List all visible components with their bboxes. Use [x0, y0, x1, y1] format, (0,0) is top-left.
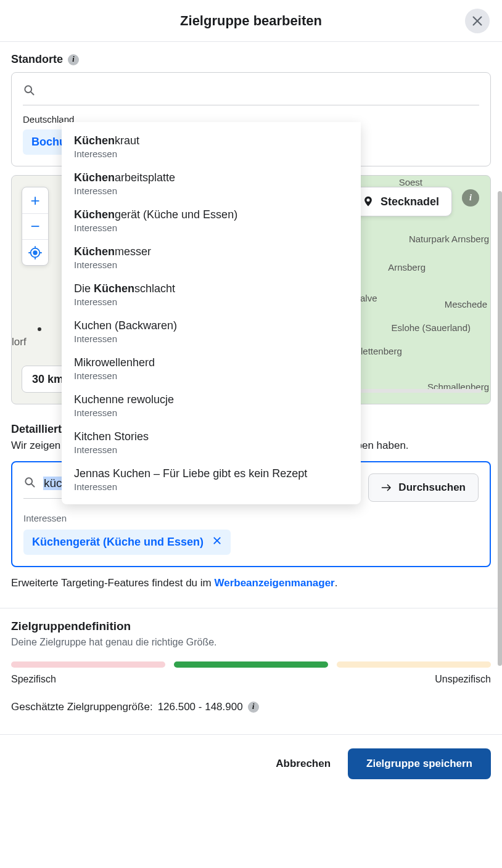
suggestion-title: Mikrowellenherd [74, 356, 348, 369]
selected-interest-label: Küchengerät (Küche und Essen) [32, 536, 204, 549]
suggestion-item[interactable]: Kuchenne rewolucjeInteressen [62, 387, 361, 424]
locations-section-label: Standorte i [11, 53, 491, 66]
locations-label-text: Standorte [11, 53, 63, 66]
suggestion-item[interactable]: Küchengerät (Küche und Essen)Interessen [62, 202, 361, 239]
suggestion-item[interactable]: KüchenkrautInteressen [62, 128, 361, 165]
map-place-label: Eslohe (Sauerland) [392, 322, 471, 333]
est-prefix: Geschätzte Zielgruppengröße: [11, 701, 153, 713]
selected-interest-chip[interactable]: Küchengerät (Küche und Essen) [23, 530, 231, 555]
audience-meter-broad [337, 661, 491, 668]
suggestion-category: Interessen [74, 407, 348, 418]
suggestion-item[interactable]: MikrowellenherdInteressen [62, 350, 361, 387]
suggestion-category: Interessen [74, 186, 348, 196]
svg-point-1 [33, 250, 37, 255]
suggestion-category: Interessen [74, 297, 348, 307]
suggestion-title: Kuchen (Backwaren) [74, 319, 348, 332]
svg-point-4 [25, 478, 32, 485]
suggestion-title: Kuchenne rewolucje [74, 393, 348, 406]
map-place-label: Arnsberg [388, 262, 426, 272]
suggestion-item[interactable]: Kuchen (Backwaren)Interessen [62, 313, 361, 350]
browse-button[interactable]: Durchsuchen [368, 473, 479, 502]
remove-interest-button[interactable] [212, 536, 222, 549]
extended-targeting-text: Erweiterte Targeting-Features findest du… [11, 577, 491, 589]
radius-label: 30 km [32, 373, 64, 386]
ads-manager-link[interactable]: Werbeanzeigenmanager [214, 577, 334, 589]
modal-header: Zielgruppe bearbeiten [0, 0, 502, 42]
locate-icon [28, 246, 42, 260]
map-city-dot [38, 327, 41, 331]
suggestion-title: Die Küchenschlacht [74, 282, 348, 295]
search-icon [23, 84, 35, 99]
interest-suggestions-dropdown: KüchenkrautInteressenKüchenarbeitsplatte… [62, 122, 361, 504]
suggestion-item[interactable]: KüchenarbeitsplatteInteressen [62, 165, 361, 202]
audience-definition-section: Zielgruppendefinition Deine Zielgruppe h… [0, 608, 502, 724]
suggestion-title: Kitchen Stories [74, 430, 348, 443]
suggestion-item[interactable]: KüchenmesserInteressen [62, 239, 361, 276]
estimated-size-row: Geschätzte Zielgruppengröße: 126.500 - 1… [11, 701, 491, 713]
ext-prefix: Erweiterte Targeting-Features findest du… [11, 577, 214, 589]
modal-title: Zielgruppe bearbeiten [180, 13, 322, 29]
suggestion-title: Jennas Kuchen – Für Liebe gibt es kein R… [74, 467, 348, 480]
drop-pin-label: Stecknadel [381, 195, 439, 208]
zoom-out-button[interactable]: − [22, 213, 48, 239]
cancel-button[interactable]: Abbrechen [276, 758, 331, 770]
info-icon[interactable]: i [68, 54, 79, 65]
close-icon [471, 14, 484, 28]
suggestion-category: Interessen [74, 223, 348, 233]
audience-title: Zielgruppendefinition [11, 620, 491, 633]
close-button[interactable] [465, 9, 490, 33]
zoom-in-button[interactable]: + [22, 187, 48, 213]
ext-suffix: . [335, 577, 338, 589]
suggestion-item[interactable]: Die KüchenschlachtInteressen [62, 276, 361, 313]
locate-button[interactable] [22, 239, 48, 265]
suggestion-category: Interessen [74, 444, 348, 455]
suggestion-category: Interessen [74, 260, 348, 270]
arrow-right-icon [381, 483, 392, 492]
meter-label-specific: Spezifisch [11, 674, 56, 685]
suggestion-title: Küchenmesser [74, 245, 348, 258]
audience-meter [11, 661, 491, 668]
info-icon[interactable]: i [248, 702, 259, 713]
map-place-label: Naturpark Arnsberg [409, 234, 489, 244]
modal-footer: Abbrechen Zielgruppe speichern [0, 735, 502, 793]
pin-icon [362, 195, 374, 208]
suggestion-category: Interessen [74, 481, 348, 492]
drop-pin-button[interactable]: Stecknadel [349, 187, 452, 216]
search-icon [23, 476, 36, 491]
map-place-label: Plettenberg [355, 346, 402, 356]
save-audience-button[interactable]: Zielgruppe speichern [348, 748, 491, 779]
map-place-label: lorf [12, 336, 27, 348]
suggestion-category: Interessen [74, 371, 348, 381]
audience-meter-specific [11, 661, 165, 668]
map-place-label: Meschede [445, 299, 487, 309]
suggestion-category: Interessen [74, 334, 348, 344]
map-place-label: Soest [399, 177, 422, 187]
svg-point-0 [25, 86, 31, 92]
suggestion-title: Küchenkraut [74, 134, 348, 147]
audience-meter-optimal [174, 661, 328, 668]
map-info-icon[interactable]: i [462, 189, 479, 207]
est-value: 126.500 - 148.900 [158, 701, 243, 713]
suggestion-item[interactable]: Jennas Kuchen – Für Liebe gibt es kein R… [62, 461, 361, 498]
suggestion-category: Interessen [74, 149, 348, 159]
map-zoom-controls: + − [22, 187, 49, 266]
suggestion-item[interactable]: Kitchen StoriesInteressen [62, 424, 361, 461]
interests-category-label: Interessen [23, 513, 479, 523]
svg-point-3 [366, 199, 369, 202]
suggestion-title: Küchenarbeitsplatte [74, 171, 348, 184]
suggestion-title: Küchengerät (Küche und Essen) [74, 208, 348, 221]
location-search-row [23, 84, 479, 105]
browse-label: Durchsuchen [398, 481, 466, 494]
audience-subtitle: Deine Zielgruppe hat genau die richtige … [11, 637, 491, 648]
meter-label-unspecific: Unspezifisch [435, 674, 491, 685]
